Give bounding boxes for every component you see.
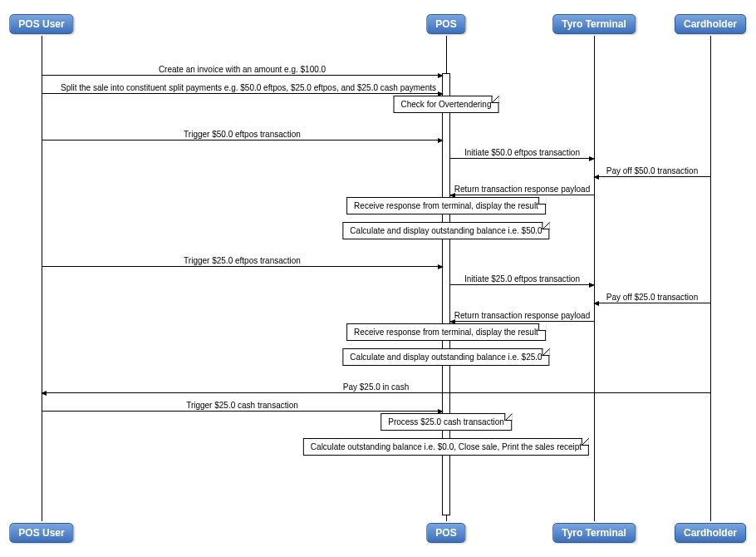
note-receive-25: Receive response from terminal, display …: [346, 323, 546, 341]
msg-payoff-25: Pay off $25.0 transaction: [594, 292, 710, 303]
msg-label: Trigger $25.0 cash transaction: [186, 401, 298, 410]
msg-label: Trigger $50.0 eftpos transaction: [184, 130, 301, 139]
actor-pos-bottom: POS: [426, 523, 465, 543]
msg-initiate-25: Initiate $25.0 eftpos transaction: [450, 274, 594, 285]
msg-label: Trigger $25.0 eftpos transaction: [184, 256, 301, 265]
actor-pos-user-bottom: POS User: [9, 523, 73, 543]
msg-pay-cash: Pay $25.0 in cash: [42, 382, 710, 393]
actor-cardholder-top: Cardholder: [675, 14, 746, 34]
msg-create-invoice: Create an invoice with an amount e.g. $1…: [42, 64, 443, 76]
msg-label: Initiate $50.0 eftpos transaction: [464, 148, 580, 157]
note-receive-50: Receive response from terminal, display …: [346, 197, 546, 214]
note-balance-25: Calculate and display outstanding balanc…: [342, 348, 549, 366]
msg-label: Return transaction response payload: [454, 185, 590, 194]
msg-label: Pay $25.0 in cash: [343, 382, 410, 392]
lifeline-tyro: [594, 36, 595, 521]
sequence-diagram: POS User POS Tyro Terminal Cardholder PO…: [12, 12, 744, 545]
msg-return-50: Return transaction response payload: [450, 184, 594, 195]
actor-tyro-top: Tyro Terminal: [552, 14, 636, 34]
note-overtendering: Check for Overtendering: [394, 96, 499, 113]
msg-label: Create an invoice with an amount e.g. $1…: [159, 65, 326, 74]
actor-pos-top: POS: [426, 14, 465, 34]
msg-initiate-50: Initiate $50.0 eftpos transaction: [450, 147, 594, 159]
msg-label: Pay off $25.0 transaction: [606, 293, 698, 302]
msg-trigger-25-cash: Trigger $25.0 cash transaction: [42, 400, 443, 412]
msg-trigger-25-eftpos: Trigger $25.0 eftpos transaction: [42, 255, 443, 267]
actor-tyro-bottom: Tyro Terminal: [552, 523, 636, 543]
note-process-cash: Process $25.0 cash transaction: [380, 413, 512, 431]
note-close-sale: Calculate outstanding balance i.e. $0.0,…: [303, 438, 589, 456]
lifeline-pos-user: [42, 36, 42, 521]
msg-label: Pay off $50.0 transaction: [606, 166, 698, 175]
lifeline-cardholder: [710, 36, 711, 521]
msg-return-25: Return transaction response payload: [450, 310, 594, 322]
actor-pos-user-top: POS User: [9, 14, 73, 34]
msg-label: Split the sale into constituent split pa…: [61, 83, 436, 92]
msg-split-sale: Split the sale into constituent split pa…: [42, 82, 443, 94]
msg-payoff-50: Pay off $50.0 transaction: [594, 165, 710, 177]
msg-label: Return transaction response payload: [454, 311, 590, 320]
actor-cardholder-bottom: Cardholder: [675, 523, 746, 543]
msg-label: Initiate $25.0 eftpos transaction: [464, 274, 580, 283]
note-balance-50: Calculate and display outstanding balanc…: [342, 222, 549, 239]
msg-trigger-50: Trigger $50.0 eftpos transaction: [42, 129, 443, 140]
